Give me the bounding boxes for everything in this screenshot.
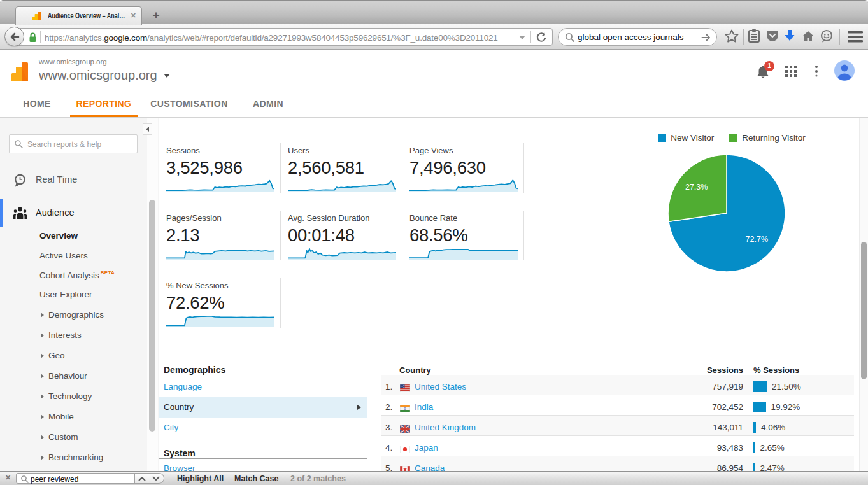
country-expand-icon [357,405,361,410]
pct-sessions-value: 21.50% [772,382,801,391]
country-link[interactable]: United Kingdom [415,423,476,432]
metric-sparkline [288,244,396,260]
expand-triangle-icon [41,353,44,358]
sidebar-item-cohort-analysis[interactable]: Cohort AnalysisBETA [0,265,147,285]
search-bar[interactable]: global open access journals [558,28,717,46]
legend-item-new-visitor: New Visitor [658,133,714,143]
sidebar-item-mobile[interactable]: Mobile [0,407,147,426]
urlbar-divider2 [530,31,531,43]
metric-card--new-sessions[interactable]: % New Sessions72.62% [159,278,281,328]
metric-card-sessions[interactable]: Sessions3,525,986 [159,143,281,193]
country-link[interactable]: United States [415,382,466,391]
country-table-row: 2.India702,45219.92% [381,395,854,416]
pie-slice-label: 72.7% [746,235,768,244]
apps-grid-icon[interactable] [785,66,797,77]
metric-card-pages-session[interactable]: Pages/Session2.13 [159,211,281,260]
country-link[interactable]: Japan [415,443,438,453]
find-next-button[interactable] [148,473,164,484]
search-icon [564,32,576,43]
link-city[interactable]: City [164,423,178,432]
findbar-close-icon[interactable]: ✕ [5,474,11,482]
ga-tab-reporting[interactable]: REPORTING [70,90,138,117]
metric-card-users[interactable]: Users2,560,581 [281,143,402,193]
match-case-button[interactable]: Match Case [234,474,278,483]
page-scrollbar-thumb[interactable] [861,242,867,379]
avatar[interactable] [834,60,855,81]
highlight-all-button[interactable]: Highlight All [177,474,224,483]
reload-icon[interactable] [534,31,548,45]
sidebar-item-label: Overview [39,231,78,241]
sidebar-section-real-time[interactable]: Real Time [0,166,147,194]
sidebar-item-overview[interactable]: Overview [0,226,147,246]
search-input-value[interactable]: global open access journals [578,32,684,42]
ga-tab-admin[interactable]: ADMIN [246,90,290,117]
sidebar-scrollbar-thumb[interactable] [149,200,155,432]
expand-triangle-icon [41,455,44,460]
metric-card-page-views[interactable]: Page Views7,496,630 [402,143,524,193]
url-dropdown-icon[interactable] [519,36,525,39]
ga-tab-customisation[interactable]: CUSTOMISATION [144,90,234,117]
metric-sparkline [288,177,396,192]
metric-card-bounce-rate[interactable]: Bounce Rate68.56% [402,211,524,260]
hello-chat-icon[interactable] [819,29,834,44]
sidebar-item-technology[interactable]: Technology [0,386,147,406]
menu-hamburger-icon[interactable] [847,31,864,43]
metric-value: 68.56% [409,225,467,246]
find-previous-button[interactable] [134,473,149,484]
sidebar-item-interests[interactable]: Interests [0,325,147,345]
metric-label: % New Sessions [166,281,229,290]
metric-label: Sessions [166,146,200,155]
url-text[interactable]: https://analytics.google.com/analytics/w… [45,33,529,43]
metric-value: 00:01:48 [288,225,355,246]
back-button[interactable] [4,27,24,46]
ga-tab-home[interactable]: HOME [15,90,59,117]
kebab-menu-icon[interactable] [815,66,818,77]
sidebar-collapse-button[interactable] [143,123,152,135]
pct-sessions-value: 19.92% [771,402,800,412]
country-link[interactable]: India [415,402,433,412]
sidebar-item-benchmarking[interactable]: Benchmarking [0,447,147,467]
sidebar-item-active-users[interactable]: Active Users [0,246,147,265]
flag-jp-icon [400,444,410,456]
flag-us-icon [400,383,410,395]
url-bar[interactable]: https://analytics.google.com/analytics/w… [15,28,553,46]
search-go-icon[interactable] [701,32,711,43]
metric-label: Page Views [409,146,453,155]
sidebar-item-demographics[interactable]: Demographics [0,305,147,325]
new-tab-button[interactable]: + [149,8,163,22]
row-rank: 4. [385,443,392,453]
metric-value: 2.13 [166,225,199,246]
legend-swatch [658,134,666,142]
link-country-selected[interactable]: Country [159,397,367,418]
sidebar-search-box[interactable]: Search reports & help [9,134,138,153]
tab-title: Audience Overview – Anal… [48,11,125,20]
browser-tab[interactable]: Audience Overview – Anal… ✕ [15,6,142,25]
metric-card-avg-session-duration[interactable]: Avg. Session Duration00:01:48 [281,211,402,260]
find-input[interactable]: peer reviewed [16,473,135,484]
account-name[interactable]: www.omicsgroup.org [39,58,107,66]
expand-triangle-icon [41,394,44,399]
sidebar-section-audience[interactable]: Audience [0,199,147,227]
download-icon[interactable] [783,29,797,44]
tab-close-icon[interactable]: ✕ [131,11,136,20]
sidebar-item-label: Geo [48,351,65,360]
metric-label: Avg. Session Duration [288,213,369,223]
col-header-country[interactable]: Country [399,365,431,375]
flag-gb-icon [400,424,410,435]
find-query[interactable]: peer reviewed [31,475,78,484]
flag-in-icon [400,404,410,415]
home-icon[interactable] [800,29,816,44]
link-language[interactable]: Language [164,382,202,391]
bookmarks-menu-icon[interactable] [747,29,761,44]
find-bar: ✕ peer reviewed Highlight All Match Case… [0,471,868,485]
sidebar-item-behaviour[interactable]: Behaviour [0,366,147,386]
sidebar-item-geo[interactable]: Geo [0,346,147,365]
pocket-icon[interactable] [765,30,779,43]
property-selector[interactable]: www.omicsgroup.org [39,68,170,83]
col-header-pct-sessions[interactable]: % Sessions [753,365,799,375]
bookmark-star-icon[interactable] [723,28,740,45]
toolbar-divider [743,29,744,45]
sidebar-item-custom[interactable]: Custom [0,427,147,447]
col-header-sessions[interactable]: Sessions [679,365,743,375]
sidebar-item-user-explorer[interactable]: User Explorer [0,285,147,304]
